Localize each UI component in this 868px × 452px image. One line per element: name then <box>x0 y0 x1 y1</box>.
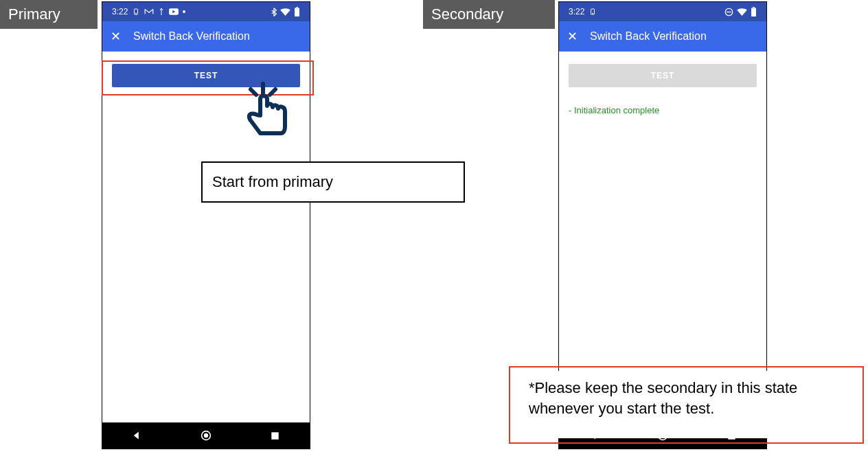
phone-primary: 3:22 ✕ Switch Back Verification TEST <box>102 1 310 449</box>
label-primary-text: Primary <box>8 5 60 23</box>
test-button-label: TEST <box>194 71 218 80</box>
nav-home-icon[interactable] <box>201 430 212 441</box>
dnd-icon <box>724 8 733 16</box>
test-button-disabled: TEST <box>569 64 757 87</box>
svg-rect-13 <box>753 7 755 8</box>
status-time: 3:22 <box>569 7 584 16</box>
nav-recent-icon[interactable] <box>270 430 281 441</box>
nav-bar <box>102 422 310 449</box>
init-status-text: - Initialization complete <box>569 105 757 115</box>
wifi-icon <box>280 8 290 16</box>
bluetooth-icon <box>271 8 277 16</box>
svg-rect-3 <box>295 8 299 16</box>
svg-point-1 <box>136 13 137 14</box>
label-primary: Primary <box>0 0 98 29</box>
svg-rect-12 <box>751 8 756 16</box>
tap-pointer-icon <box>244 81 292 142</box>
gmail-icon <box>144 8 154 15</box>
label-secondary: Secondary <box>423 0 555 29</box>
svg-point-6 <box>204 433 208 438</box>
youtube-icon <box>169 8 179 15</box>
app-title: Switch Back Verification <box>590 30 707 43</box>
svg-rect-4 <box>296 7 298 8</box>
app-title: Switch Back Verification <box>133 30 250 43</box>
app-bar: ✕ Switch Back Verification <box>559 21 766 52</box>
hotspot-icon <box>132 8 140 16</box>
svg-point-9 <box>593 13 593 14</box>
annotation-start-text: Start from primary <box>212 173 333 191</box>
status-time: 3:22 <box>112 7 128 16</box>
hotspot-icon <box>589 8 597 16</box>
content-area: TEST - Initialization complete <box>559 52 766 128</box>
status-bar: 3:22 <box>559 2 766 21</box>
svg-rect-7 <box>271 432 278 439</box>
app-bar: ✕ Switch Back Verification <box>102 21 310 52</box>
annotation-keep: *Please keep the secondary in this state… <box>519 371 858 438</box>
nav-back-icon[interactable] <box>131 430 142 441</box>
svg-line-19 <box>270 89 275 95</box>
dot-icon <box>183 10 185 13</box>
label-secondary-text: Secondary <box>431 5 503 23</box>
battery-icon <box>294 7 300 16</box>
annotation-start: Start from primary <box>201 161 465 203</box>
close-icon[interactable]: ✕ <box>567 30 578 43</box>
wifi-icon <box>737 8 747 16</box>
annotation-keep-text: *Please keep the secondary in this state… <box>529 378 849 418</box>
close-icon[interactable]: ✕ <box>111 30 121 43</box>
battery-icon <box>751 7 757 16</box>
test-button-label: TEST <box>651 71 675 80</box>
antenna-icon <box>158 8 165 16</box>
status-bar: 3:22 <box>102 2 310 21</box>
svg-line-18 <box>251 89 256 95</box>
